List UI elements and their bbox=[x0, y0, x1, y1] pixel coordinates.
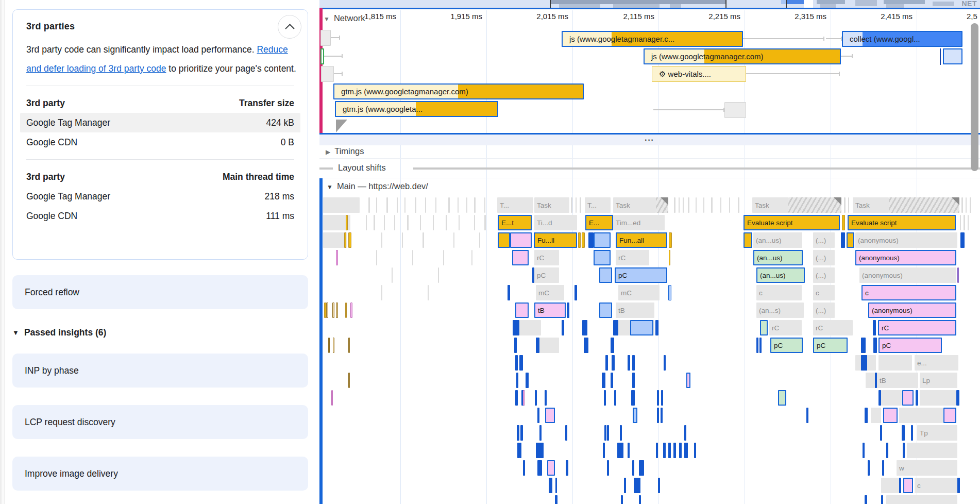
flame-entry[interactable] bbox=[584, 338, 588, 353]
flame-entry[interactable] bbox=[907, 443, 957, 458]
flame-entry[interactable] bbox=[658, 478, 660, 493]
flame-entry[interactable]: c bbox=[813, 285, 835, 300]
flame-entry[interactable] bbox=[368, 197, 370, 213]
flame-entry[interactable] bbox=[778, 390, 786, 406]
flame-entry[interactable]: rC bbox=[616, 250, 649, 265]
flame-entry[interactable] bbox=[628, 443, 630, 458]
flame-entry[interactable] bbox=[576, 197, 577, 213]
flame-entry[interactable] bbox=[673, 443, 676, 458]
network-request-bar[interactable]: collect (www.googl... bbox=[842, 31, 962, 47]
lcp-request-discovery-card[interactable]: LCP request discovery bbox=[12, 405, 308, 439]
flame-entry[interactable] bbox=[331, 390, 333, 406]
flame-entry[interactable] bbox=[580, 197, 581, 213]
flame-entry[interactable] bbox=[759, 338, 762, 353]
flame-entry[interactable] bbox=[960, 232, 965, 248]
flame-entry[interactable] bbox=[614, 390, 616, 406]
flame-entry[interactable] bbox=[881, 495, 883, 504]
flame-entry[interactable] bbox=[964, 215, 965, 230]
flame-entry[interactable] bbox=[633, 408, 637, 423]
flame-entry[interactable]: tB bbox=[877, 373, 918, 388]
flame-entry[interactable] bbox=[661, 390, 663, 406]
flame-entry[interactable] bbox=[911, 425, 913, 441]
flame-entry[interactable] bbox=[567, 303, 569, 318]
flame-entry[interactable] bbox=[381, 285, 382, 300]
flame-entry[interactable]: (an...us) bbox=[753, 250, 803, 265]
flame-entry[interactable] bbox=[376, 250, 377, 265]
flame-entry[interactable] bbox=[684, 443, 688, 458]
flame-entry[interactable] bbox=[847, 232, 854, 248]
flame-entry[interactable] bbox=[510, 232, 532, 248]
flame-entry[interactable] bbox=[519, 355, 523, 371]
flame-entry[interactable] bbox=[661, 408, 663, 423]
flame-entry[interactable] bbox=[674, 197, 675, 213]
flame-entry[interactable]: tB bbox=[616, 303, 654, 318]
network-request-bar[interactable] bbox=[320, 30, 331, 46]
flame-entry[interactable]: pC bbox=[770, 338, 803, 353]
flame-entry[interactable] bbox=[536, 338, 539, 353]
flame-entry[interactable]: (an...us) bbox=[753, 232, 802, 248]
flame-entry[interactable] bbox=[970, 197, 971, 213]
flame-entry[interactable]: Task bbox=[752, 197, 788, 213]
flame-entry[interactable] bbox=[868, 460, 870, 476]
flame-entry[interactable] bbox=[512, 250, 529, 265]
flame-entry[interactable] bbox=[604, 425, 606, 441]
flame-entry[interactable] bbox=[968, 215, 969, 230]
flame-entry[interactable] bbox=[902, 425, 905, 441]
flame-entry[interactable]: rC bbox=[878, 320, 956, 335]
flame-entry[interactable]: T... bbox=[497, 197, 533, 213]
flame-entry[interactable] bbox=[516, 373, 518, 388]
sidebar-scrollbar[interactable] bbox=[0, 0, 5, 504]
flame-entry[interactable] bbox=[588, 232, 594, 248]
flame-entry[interactable] bbox=[366, 215, 367, 230]
flame-entry[interactable]: Evaluate script bbox=[848, 215, 956, 230]
flame-entry[interactable] bbox=[611, 338, 614, 353]
flame-entry[interactable] bbox=[332, 303, 334, 318]
flame-entry[interactable] bbox=[515, 390, 518, 406]
flame-entry[interactable] bbox=[545, 390, 547, 406]
flame-entry[interactable] bbox=[663, 443, 666, 458]
flame-entry[interactable] bbox=[336, 303, 338, 318]
flame-entry[interactable]: Lp bbox=[920, 373, 957, 388]
flame-entry[interactable] bbox=[582, 320, 587, 335]
flame-entry[interactable] bbox=[760, 320, 768, 335]
flame-entry[interactable] bbox=[578, 232, 581, 248]
flame-entry[interactable] bbox=[943, 408, 956, 423]
flame-entry[interactable] bbox=[435, 197, 436, 213]
flame-entry[interactable] bbox=[902, 390, 914, 406]
flame-entry[interactable] bbox=[916, 390, 918, 406]
flame-entry[interactable] bbox=[873, 320, 876, 335]
flame-entry[interactable]: Task bbox=[853, 197, 889, 213]
network-request-bar[interactable]: js (www.googletagmanager.com) bbox=[644, 48, 841, 64]
flame-entry[interactable] bbox=[848, 197, 849, 213]
flame-entry[interactable] bbox=[788, 197, 841, 213]
table-row[interactable]: Google CDN 0 B bbox=[20, 132, 300, 152]
flame-entry[interactable] bbox=[420, 215, 421, 230]
flame-entry[interactable] bbox=[515, 355, 518, 371]
flame-entry[interactable] bbox=[605, 355, 608, 371]
flame-entry[interactable] bbox=[873, 338, 877, 353]
flame-entry[interactable] bbox=[861, 338, 866, 353]
flame-entry[interactable] bbox=[889, 197, 959, 213]
network-request-bar[interactable] bbox=[724, 102, 746, 118]
network-request-bar[interactable]: js (www.googletagmanager.c... bbox=[562, 31, 743, 47]
flame-entry[interactable] bbox=[630, 320, 653, 335]
flame-entry[interactable] bbox=[407, 215, 409, 230]
table-row[interactable]: Google Tag Manager 218 ms bbox=[20, 187, 300, 206]
flame-entry[interactable] bbox=[863, 443, 865, 458]
flame-entry[interactable] bbox=[720, 197, 721, 213]
flame-entry[interactable]: pC bbox=[615, 267, 667, 283]
flame-entry[interactable]: pC bbox=[534, 267, 559, 283]
flame-entry[interactable] bbox=[448, 197, 450, 213]
flame-entry[interactable]: Evaluate script bbox=[744, 215, 840, 230]
flame-entry[interactable] bbox=[679, 197, 680, 213]
flame-entry[interactable] bbox=[703, 197, 704, 213]
flame-entry[interactable] bbox=[881, 478, 901, 493]
flame-entry[interactable] bbox=[624, 478, 626, 493]
table-row[interactable]: Google Tag Manager 424 kB bbox=[20, 113, 300, 132]
flame-entry[interactable] bbox=[602, 373, 605, 388]
flame-entry[interactable] bbox=[656, 443, 658, 458]
network-request-bar[interactable] bbox=[321, 66, 334, 82]
flame-entry[interactable] bbox=[686, 373, 690, 388]
flame-entry[interactable]: Ti...d bbox=[534, 215, 577, 230]
flame-entry[interactable] bbox=[632, 460, 634, 476]
